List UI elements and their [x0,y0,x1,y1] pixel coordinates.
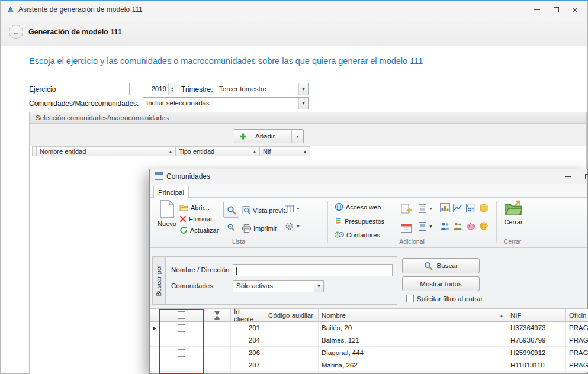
vista-previa-button[interactable]: Vista previa [242,205,287,216]
ribbon-divider [327,201,328,243]
row-status-cell [204,359,231,371]
wizard-close-button[interactable]: × [567,3,583,16]
instruction-text: Escoja el ejercicio y las comunidades o … [29,56,562,66]
grid-row[interactable]: ▶ 201 Bailén, 20 H37364973 PRAG [150,322,588,334]
nuevo-button[interactable]: Nuevo [155,199,179,236]
row-checkbox[interactable] [178,337,185,344]
chart-calendar-button[interactable] [439,202,451,214]
acceso-web-button[interactable]: Acceso web [335,201,381,212]
grid-column-nif[interactable]: NIF [507,309,566,322]
buscar-button[interactable]: Buscar [402,258,480,273]
spinner-down-icon: ▼ [171,89,174,92]
dropdown-arrow-icon: ▼ [295,134,300,138]
abacus-button[interactable] [465,202,477,214]
nombre-direccion-input[interactable] [233,264,393,276]
select-all-checkbox[interactable] [178,311,185,319]
wizard-maximize-button[interactable] [548,3,564,16]
search-next-button[interactable] [224,221,237,233]
grid-row[interactable]: 204 Balmes, 121 H75936799 PRAG [150,334,588,347]
comunidades-maximize-button[interactable] [580,170,588,183]
print-preview-icon [242,206,250,215]
comunidades-titlebar: Comunidades [150,169,587,184]
chart-calendar-icon [440,203,450,212]
tab-principal[interactable]: Principal [153,186,189,198]
solicitar-filtro-checkbox[interactable] [406,295,414,302]
entity-column-tipo[interactable]: Tipo entidad▲ [176,146,260,156]
imprimir-button[interactable]: Imprimir [242,223,277,234]
ejercicio-spinner[interactable]: ▲ ▼ [168,83,176,95]
piggy-bank-icon [466,222,476,230]
ribbon-divider [496,201,497,243]
grid-column-oficina[interactable]: Oficin [566,309,588,322]
dropdown-arrow-icon: ▼ [317,284,321,288]
settings-dropdown-button[interactable]: ▼ [285,221,300,232]
grid-column-codigo-auxiliar[interactable]: Código auxiliar [265,309,319,322]
grid-status-header[interactable] [204,309,231,322]
group-label-cerrar: Cerrar [496,238,529,245]
piggy-bank-button[interactable] [465,220,477,232]
cell-id-cliente: 206 [231,347,265,359]
comunidades-minimize-button[interactable] [561,170,576,183]
dropdown-arrow-icon: ▼ [301,101,306,105]
grid-column-nombre[interactable]: Nombre▲ [319,309,507,322]
comunidades-filter-dropdown-button[interactable]: ▼ [314,280,323,292]
calendar-button[interactable] [399,220,414,234]
add-button-dropdown[interactable]: ▼ [291,130,303,143]
minimize-icon [534,9,540,10]
eliminar-button[interactable]: Eliminar [179,213,213,224]
report-dropdown-button[interactable]: ▼ [419,203,433,214]
entity-column-nif[interactable]: Nif▲ [260,146,310,156]
comunidades-macro-dropdown-button[interactable]: ▼ [298,98,308,109]
comunidades-filter-select[interactable]: Sólo activas ▼ [233,280,324,292]
user-group-button[interactable] [452,220,464,232]
mostrar-todos-button[interactable]: Mostrar todos [402,276,480,291]
presupuestos-button[interactable]: Presupuestos [335,215,384,227]
sparkle-doc-icon [400,203,412,215]
add-button-main: Añadir [234,130,291,143]
comunidades-macro-select[interactable]: Incluir seleccionadas ▼ [143,97,309,109]
trimestre-select[interactable]: Tercer trimestre ▼ [216,83,309,95]
cerrar-button[interactable]: Cerrar [500,199,526,236]
sort-asc-icon: ▲ [169,150,172,153]
cell-codigo-auxiliar [265,359,319,371]
row-checkbox[interactable] [178,362,185,369]
back-button[interactable]: ← [9,25,23,39]
comunidades-macro-label: Comunidades/Macrocomunidades: [29,99,139,108]
comunidades-window: Comunidades Principal Nuevo Abrir... Eli… [149,169,588,374]
row-checkbox[interactable] [178,349,185,357]
row-selector-cell [150,347,160,359]
list-view-dropdown-button[interactable]: ▼ [285,203,300,214]
globe-icon [335,202,343,211]
row-checkbox[interactable] [178,324,185,332]
buscar-por-tab[interactable]: Buscar por [152,256,165,305]
wizard-header-title: Generación de modelo 111 [28,28,122,36]
sparkle-doc-button[interactable] [399,201,414,217]
grid-row[interactable]: 207 Marina, 262 H11813110 PRAG [150,359,588,372]
cell-oficina: PRAG [566,347,588,359]
wizard-header: ← Generación de modelo 111 [1,18,587,46]
ejercicio-input[interactable]: 2019 ▲ ▼ [129,83,176,95]
grid-column-id-cliente[interactable]: Id. cliente [231,309,265,322]
document-dropdown-button[interactable]: ▼ [419,221,433,232]
column-label: Nombre [322,312,346,319]
grid-row[interactable]: 206 Diagonal, 444 H25990912 PRAG [150,347,588,359]
cell-nombre: Marina, 262 [319,359,507,371]
actualizar-button[interactable]: Actualizar [179,224,219,236]
search-button-ribbon[interactable] [223,202,239,218]
money-button[interactable] [478,202,490,214]
refresh-icon [179,226,188,234]
coin-button[interactable] [478,220,490,232]
users-button[interactable] [439,220,451,232]
entity-column-nombre[interactable]: Nombre entidad▲ [37,146,176,156]
trimestre-dropdown-button[interactable]: ▼ [298,83,308,95]
buscar-label: Buscar [437,262,458,269]
graph-button[interactable] [452,202,464,214]
abrir-button[interactable]: Abrir... [179,202,210,213]
search-panel: Buscar por Nombre / Dirección: Comunidad… [150,248,587,309]
maximize-icon [554,7,559,12]
hourglass-icon [214,311,220,320]
grid-checkbox-header[interactable] [160,309,204,322]
actualizar-label: Actualizar [190,227,219,234]
add-button[interactable]: Añadir ▼ [234,129,304,143]
wizard-minimize-button[interactable] [529,3,545,16]
